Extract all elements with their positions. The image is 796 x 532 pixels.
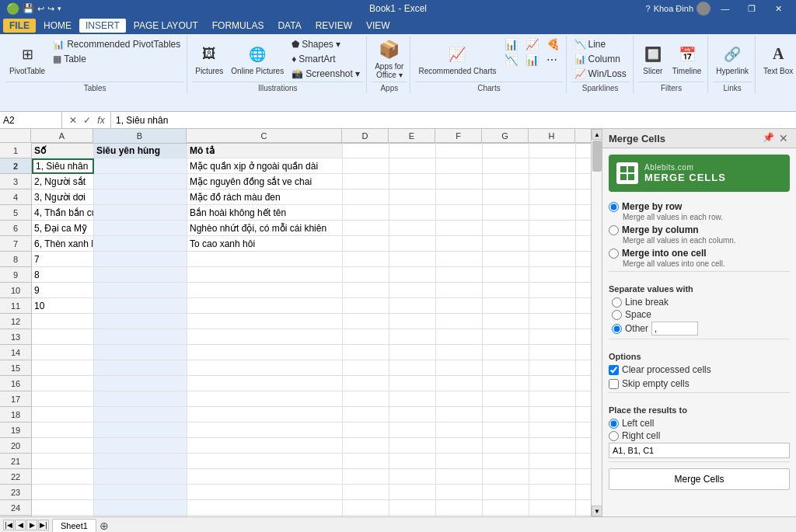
table-row[interactable] (32, 500, 591, 516)
table-row[interactable]: 4, Thần bắn cung Bắn hoài không hết tên (32, 205, 591, 221)
cell-h2[interactable] (529, 158, 576, 174)
merge-by-column-label[interactable]: Merge by column (609, 224, 790, 235)
col-header-i[interactable]: I (575, 129, 591, 143)
row-header-17[interactable]: 17 (0, 391, 31, 407)
cell-b11[interactable] (94, 298, 187, 314)
cell-e2[interactable] (389, 158, 436, 174)
cell-c11[interactable] (187, 298, 343, 314)
cell-h10[interactable] (529, 283, 576, 298)
cell-h3[interactable] (529, 174, 576, 190)
table-row[interactable] (32, 407, 591, 422)
skip-empty-label[interactable]: Skip empty cells (609, 378, 790, 389)
cell-d7[interactable] (343, 236, 389, 252)
cell-a12[interactable] (32, 314, 94, 329)
cell-b10[interactable] (94, 283, 187, 298)
recommended-pivottables-button[interactable]: 📊 Recommended PivotTables (50, 37, 183, 51)
col-header-b[interactable]: B (93, 129, 187, 143)
row-header-6[interactable]: 6 (0, 221, 31, 236)
table-row[interactable]: 2, Người sắt Mặc nguyên đồng sắt ve chai (32, 174, 591, 190)
cell-c3[interactable]: Mặc nguyên đồng sắt ve chai (187, 174, 343, 190)
table-row[interactable] (32, 454, 591, 469)
cell-f10[interactable] (436, 283, 483, 298)
slicer-button[interactable]: 🔲 Slicer (638, 37, 668, 81)
cell-g3[interactable] (483, 174, 529, 190)
cell-c6[interactable]: Nghèo nhứt đội, có mỗi cái khiên (187, 221, 343, 236)
cell-b12[interactable] (94, 314, 187, 329)
menu-insert[interactable]: INSERT (79, 19, 126, 33)
cell-g8[interactable] (483, 252, 529, 267)
row-header-13[interactable]: 13 (0, 329, 31, 345)
cell-f4[interactable] (436, 190, 483, 205)
row-header-22[interactable]: 22 (0, 469, 31, 485)
bar-chart-button[interactable]: 📉 (501, 53, 521, 67)
scroll-down-button[interactable]: ▼ (592, 506, 602, 516)
row-header-2[interactable]: 2 (0, 158, 31, 174)
row-header-14[interactable]: 14 (0, 345, 31, 360)
cell-i11[interactable] (576, 298, 591, 314)
cell-i3[interactable] (576, 174, 591, 190)
cell-f9[interactable] (436, 267, 483, 283)
row-header-9[interactable]: 9 (0, 267, 31, 283)
cell-g7[interactable] (483, 236, 529, 252)
cell-b2[interactable] (94, 158, 187, 174)
col-header-c[interactable]: C (187, 129, 342, 143)
scatter-chart-button[interactable]: ⋯ (543, 53, 560, 67)
formula-input[interactable]: 1, Siêu nhân (113, 115, 796, 126)
cell-h7[interactable] (529, 236, 576, 252)
sheet-tab-sheet1[interactable]: Sheet1 (52, 519, 96, 532)
row-header-15[interactable]: 15 (0, 360, 31, 376)
cell-e4[interactable] (389, 190, 436, 205)
col-header-a[interactable]: A (31, 129, 93, 143)
cell-b4[interactable] (94, 190, 187, 205)
cell-i9[interactable] (576, 267, 591, 283)
merge-into-cell-radio[interactable] (609, 249, 619, 259)
cell-f5[interactable] (436, 205, 483, 221)
cell-c5[interactable]: Bắn hoài không hết tên (187, 205, 343, 221)
row-header-24[interactable]: 24 (0, 500, 31, 516)
table-row[interactable] (32, 360, 591, 376)
row-header-12[interactable]: 12 (0, 314, 31, 329)
minimize-button[interactable]: — (714, 2, 737, 15)
cell-f1[interactable] (436, 143, 483, 158)
cell-a10[interactable]: 9 (32, 283, 94, 298)
row-header-10[interactable]: 10 (0, 283, 31, 298)
sep-other-radio[interactable] (612, 324, 622, 334)
pictures-button[interactable]: 🖼 Pictures (192, 37, 226, 81)
table-button[interactable]: ▦ Table (50, 52, 183, 66)
cell-h5[interactable] (529, 205, 576, 221)
cell-i7[interactable] (576, 236, 591, 252)
cell-a1[interactable]: Số (32, 143, 94, 158)
table-row[interactable]: 6, Thèn xanh lè to lù lù To cao xanh hôi (32, 236, 591, 252)
left-cell-radio[interactable] (609, 419, 619, 429)
sep-other-input[interactable] (651, 322, 698, 336)
left-cell-label[interactable]: Left cell (609, 418, 790, 429)
help-icon[interactable]: ? (646, 4, 651, 13)
table-row[interactable]: 1, Siêu nhân Mặc quần xịp ở ngoài quần d… (32, 158, 591, 174)
cell-h9[interactable] (529, 267, 576, 283)
corner-cell[interactable] (0, 129, 31, 142)
confirm-formula-icon[interactable]: ✓ (81, 114, 93, 127)
table-row[interactable]: 7 (32, 252, 591, 267)
merge-into-cell-label[interactable]: Merge into one cell (609, 248, 790, 259)
cell-g10[interactable] (483, 283, 529, 298)
cell-b1[interactable]: Siêu yên hùng (94, 143, 187, 158)
cell-e8[interactable] (389, 252, 436, 267)
scroll-up-button[interactable]: ▲ (592, 129, 602, 140)
cell-i8[interactable] (576, 252, 591, 267)
col-header-e[interactable]: E (389, 129, 435, 143)
cell-i2[interactable] (576, 158, 591, 174)
cell-h8[interactable] (529, 252, 576, 267)
row-header-11[interactable]: 11 (0, 298, 31, 314)
cell-b5[interactable] (94, 205, 187, 221)
cell-i6[interactable] (576, 221, 591, 236)
apps-for-office-button[interactable]: 📦 Apps forOffice ▾ (372, 37, 407, 81)
menu-review[interactable]: REVIEW (309, 19, 358, 33)
undo-icon[interactable]: ↩ (37, 4, 44, 14)
cell-c2[interactable]: Mặc quần xịp ở ngoài quần dài (187, 158, 343, 174)
cell-a3[interactable]: 2, Người sắt (32, 174, 94, 190)
cell-f8[interactable] (436, 252, 483, 267)
cell-f3[interactable] (436, 174, 483, 190)
sep-space-label[interactable]: Space (625, 309, 651, 320)
cell-d5[interactable] (343, 205, 389, 221)
hyperlink-button[interactable]: 🔗 Hyperlink (713, 37, 752, 81)
